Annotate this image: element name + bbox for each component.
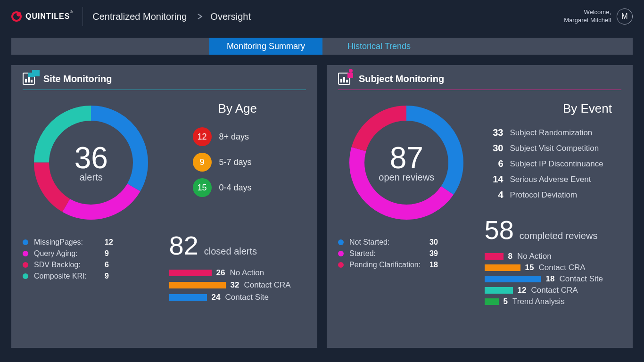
bar-icon <box>485 264 520 271</box>
panel-title-subject: Subject Monitoring <box>359 74 444 84</box>
action-bar-row[interactable]: 24Contact Site <box>169 293 306 302</box>
subject-completed-stat: 58 completed reviews <box>485 214 622 245</box>
event-label: Subject Randomization <box>510 128 593 138</box>
completed-reviews-label: completed reviews <box>520 230 598 241</box>
age-row[interactable]: 150-4 days <box>193 178 306 197</box>
bar-label: Contact Site <box>559 274 603 284</box>
bar-label: Trend Analysis <box>512 297 565 306</box>
site-action-bars: 26No Action32Contact CRA24Contact Site <box>169 268 306 302</box>
bar-value: 8 <box>508 252 512 261</box>
panel-header-subject: Subject Monitoring <box>338 73 621 90</box>
breadcrumb-level1[interactable]: Centralized Monitoring <box>92 11 187 22</box>
legend-dot-icon <box>23 273 28 279</box>
site-legend: MissingPages:12Query Aging:9SDV Backlog:… <box>23 238 160 280</box>
legend-value: 30 <box>429 238 442 247</box>
closed-alerts-label: closed alerts <box>204 246 257 257</box>
legend-label: MissingPages: <box>34 238 105 247</box>
panel-title-site: Site Monitoring <box>43 74 112 84</box>
age-label: 0-4 days <box>219 183 252 193</box>
bar-label: Contact Site <box>225 293 269 302</box>
bar-icon <box>485 287 513 294</box>
age-badge: 9 <box>193 153 212 172</box>
event-row[interactable]: 4Protocol Deviatiom <box>485 189 622 200</box>
bar-value: 24 <box>212 293 221 302</box>
legend-dot-icon <box>23 262 28 268</box>
legend-value: 39 <box>429 249 442 258</box>
legend-row[interactable]: Pending Clarification:18 <box>338 261 475 269</box>
brand-logo[interactable]: QUINTILES® <box>11 7 83 26</box>
bar-icon <box>169 270 212 276</box>
event-label: Serious Adverse Event <box>510 175 591 184</box>
event-row[interactable]: 33Subject Randomization <box>485 127 622 138</box>
legend-row[interactable]: SDV Backlog:6 <box>23 261 160 269</box>
legend-dot-icon <box>23 251 28 256</box>
bar-value: 12 <box>518 286 527 295</box>
tab-monitoring-summary[interactable]: Monitoring Summary <box>209 38 322 55</box>
legend-row[interactable]: Composite KRI:9 <box>23 272 160 280</box>
panels: Site Monitoring 36 alerts MissingPages:1… <box>0 55 644 348</box>
site-donut-value: 36 <box>74 143 108 173</box>
action-bar-row[interactable]: 26No Action <box>169 268 306 278</box>
subject-donut-chart[interactable]: 87 open reviews <box>345 101 468 224</box>
bar-label: Contact CRA <box>531 286 578 295</box>
age-row[interactable]: 128+ days <box>193 127 306 146</box>
action-bar-row[interactable]: 5Trend Analysis <box>485 297 622 306</box>
event-value: 14 <box>485 174 504 185</box>
breadcrumb: Centralized Monitoring Oversight <box>92 11 251 22</box>
action-bar-row[interactable]: 12Contact CRA <box>485 286 622 295</box>
bar-value: 18 <box>546 274 555 284</box>
avatar[interactable]: M <box>617 8 633 25</box>
legend-value: 9 <box>105 249 117 258</box>
site-monitoring-icon <box>23 73 39 85</box>
legend-label: Not Started: <box>349 238 429 247</box>
action-bar-row[interactable]: 18Contact Site <box>485 274 622 284</box>
bar-icon <box>169 294 207 301</box>
user-area[interactable]: Welcome, Margaret Mitchell M <box>564 8 633 25</box>
legend-value: 6 <box>105 261 117 269</box>
age-badge: 12 <box>193 127 212 146</box>
panel-header-site: Site Monitoring <box>23 73 306 90</box>
bar-value: 32 <box>231 280 239 290</box>
event-value: 4 <box>485 189 504 200</box>
action-bar-row[interactable]: 32Contact CRA <box>169 280 306 290</box>
logo-icon <box>11 11 22 22</box>
bar-label: Contact CRA <box>244 280 290 290</box>
tab-spacer <box>11 38 209 55</box>
action-bar-row[interactable]: 8No Action <box>485 252 622 261</box>
breadcrumb-level2[interactable]: Oversight <box>210 11 251 22</box>
age-row[interactable]: 95-7 days <box>193 153 306 172</box>
event-value: 30 <box>485 143 504 154</box>
legend-value: 18 <box>429 261 442 269</box>
tab-historical-trends[interactable]: Historical Trends <box>322 38 436 55</box>
age-list: 128+ days95-7 days150-4 days <box>169 127 306 197</box>
site-closed-stat: 82 closed alerts <box>169 230 306 261</box>
legend-dot-icon <box>338 262 344 268</box>
legend-label: SDV Backlog: <box>34 261 105 269</box>
subject-legend: Not Started:30Started:39Pending Clarific… <box>338 238 475 269</box>
event-row[interactable]: 6Subject IP Discontinuance <box>485 158 622 169</box>
legend-row[interactable]: Not Started:30 <box>338 238 475 247</box>
site-donut-chart[interactable]: 36 alerts <box>30 101 152 224</box>
legend-row[interactable]: Started:39 <box>338 249 475 258</box>
legend-row[interactable]: Query Aging:9 <box>23 249 160 258</box>
action-bar-row[interactable]: 15Contact CRA <box>485 263 622 272</box>
legend-row[interactable]: MissingPages:12 <box>23 238 160 247</box>
event-row[interactable]: 30Subject Visit Competition <box>485 143 622 154</box>
legend-dot-icon <box>23 239 28 245</box>
bar-label: No Action <box>517 252 552 261</box>
bar-icon <box>485 253 504 260</box>
app-header: QUINTILES® Centralized Monitoring Oversi… <box>0 0 644 33</box>
legend-dot-icon <box>338 239 344 245</box>
bar-label: Contact CRA <box>538 263 585 272</box>
tab-bar: Monitoring Summary Historical Trends <box>11 38 633 55</box>
event-label: Subject IP Discontinuance <box>510 159 603 169</box>
legend-label: Pending Clarification: <box>349 261 429 269</box>
subject-donut-label: open reviews <box>379 172 434 183</box>
completed-reviews-value: 58 <box>485 214 514 245</box>
age-badge: 15 <box>193 178 212 197</box>
by-age-title: By Age <box>169 101 306 116</box>
panel-site-monitoring: Site Monitoring 36 alerts MissingPages:1… <box>11 65 317 348</box>
event-row[interactable]: 14Serious Adverse Event <box>485 174 622 185</box>
age-label: 8+ days <box>219 132 249 142</box>
welcome-label: Welcome, <box>564 8 611 16</box>
